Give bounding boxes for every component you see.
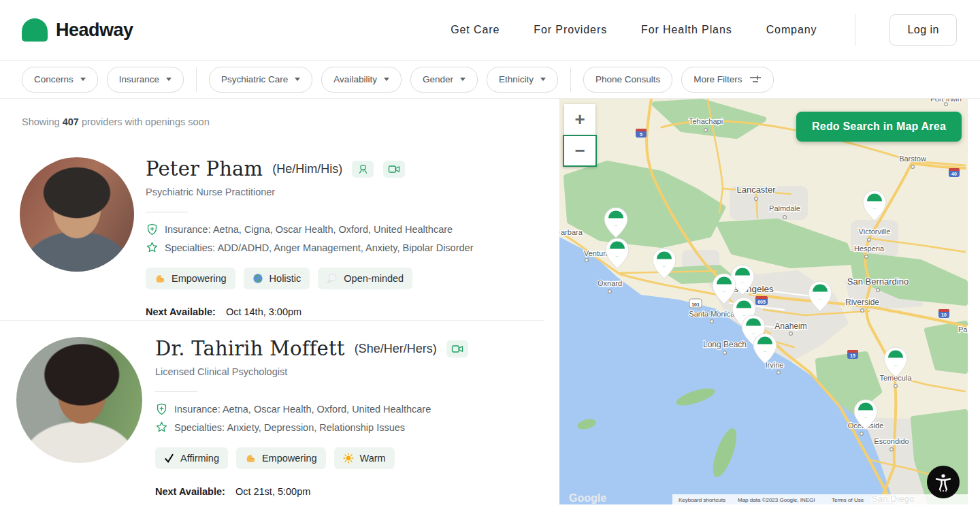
- nav-for-providers[interactable]: For Providers: [534, 24, 607, 36]
- redo-search-button[interactable]: Redo Search in Map Area: [796, 112, 962, 142]
- map-data-text: Map data ©2023 Google, INEGI: [738, 497, 815, 503]
- insurance-row: Insurance: Aetna, Oscar Health, Oxford, …: [155, 402, 468, 416]
- chevron-down-icon: [80, 78, 86, 81]
- svg-text:605: 605: [757, 300, 766, 304]
- map-label-escondido: Escondido: [874, 437, 909, 445]
- trait-badge-label: Affirming: [180, 453, 219, 464]
- google-logo[interactable]: Google: [569, 492, 606, 504]
- trait-badge: Open-minded: [318, 268, 412, 289]
- video-camera-icon: [451, 344, 463, 354]
- provider-name[interactable]: Dr. Tahirih Moffett: [155, 337, 345, 360]
- chevron-down-icon: [166, 78, 172, 81]
- accessibility-person-icon: [934, 472, 952, 492]
- plus-icon: +: [574, 109, 585, 130]
- trait-badge-label: Open-minded: [344, 273, 404, 284]
- login-button[interactable]: Log in: [889, 14, 957, 46]
- filter-insurance[interactable]: Insurance: [107, 67, 184, 93]
- map-label-oxnard: Oxnard: [598, 279, 622, 287]
- filter-group-divider: [570, 67, 571, 92]
- globe-emoji: [252, 273, 263, 284]
- trait-badge: Holistic: [244, 268, 310, 289]
- shield-plus-icon: [146, 223, 159, 236]
- map-label-riverside: Riverside: [845, 298, 879, 307]
- nav-company[interactable]: Company: [766, 24, 817, 36]
- checkmark-icon: [164, 453, 174, 464]
- specialties-text: Specialties: ADD/ADHD, Anger Management,…: [165, 242, 473, 253]
- filter-phone-consults[interactable]: Phone Consults: [583, 67, 672, 93]
- provider-card-body: Dr. Tahirih Moffett (She/Her/Hers) Licen…: [155, 337, 468, 497]
- filter-ethnicity[interactable]: Ethnicity: [487, 67, 558, 93]
- star-icon: [155, 421, 168, 434]
- map-label-barstow: Barstow: [899, 155, 926, 163]
- video-chip: [446, 340, 468, 357]
- nav-for-health-plans[interactable]: For Health Plans: [641, 24, 732, 36]
- keyboard-shortcuts-link[interactable]: Keyboard shortcuts: [679, 497, 725, 503]
- card-mini-divider: [155, 391, 197, 392]
- trait-badges: Empowering Holistic Open-minded: [146, 268, 473, 289]
- headway-wordmark: Headway: [56, 20, 133, 41]
- results-prefix: Showing: [22, 116, 60, 127]
- provider-avatar[interactable]: [20, 157, 134, 272]
- trait-badge: Empowering: [236, 447, 326, 469]
- map-panel[interactable]: 5 40 101 605 15 10 Fort Irwin Tehachapi …: [559, 99, 968, 504]
- map-zoom-in-button[interactable]: +: [564, 104, 595, 135]
- nav-divider: [855, 14, 855, 46]
- filter-psychiatric-care[interactable]: Psychiatric Care: [209, 67, 312, 93]
- filter-psychiatric-care-label: Psychiatric Care: [221, 74, 288, 84]
- trait-badge: Affirming: [155, 447, 228, 469]
- provider-title: Psychiatric Nurse Practitioner: [146, 187, 473, 197]
- provider-card-body: Peter Pham (He/Him/His): [146, 157, 473, 317]
- next-available-row: Next Available: Oct 14th, 3:00pm: [146, 306, 473, 317]
- map-label-lancaster: Lancaster: [736, 185, 776, 195]
- next-available-value: Oct 21st, 5:00pm: [235, 486, 310, 497]
- filter-group-divider: [196, 67, 197, 92]
- headway-logo[interactable]: Headway: [22, 18, 133, 42]
- filter-concerns[interactable]: Concerns: [22, 67, 98, 93]
- provider-card[interactable]: Dr. Tahirih Moffett (She/Her/Hers) Licen…: [16, 337, 468, 497]
- chevron-down-icon: [540, 78, 546, 81]
- terms-of-use-link[interactable]: Terms of Use: [832, 497, 864, 503]
- map-label-anaheim: Anaheim: [774, 321, 806, 331]
- filter-phone-consults-label: Phone Consults: [595, 74, 660, 84]
- card-mini-divider: [146, 212, 188, 212]
- trait-badges: Affirming Empowering Warm: [155, 447, 468, 469]
- chevron-down-icon: [384, 78, 389, 81]
- provider-card[interactable]: Peter Pham (He/Him/His): [20, 157, 473, 317]
- muscle-emoji: [154, 273, 165, 284]
- provider-list-panel: Showing 407 providers with openings soon…: [0, 99, 559, 529]
- map-label-victorville: Victorville: [859, 227, 891, 236]
- next-available-row: Next Available: Oct 21st, 5:00pm: [155, 486, 468, 497]
- filter-concerns-label: Concerns: [34, 74, 74, 84]
- map-label-fort-irwin: Fort Irwin: [930, 99, 962, 103]
- results-count-line: Showing 407 providers with openings soon: [22, 116, 210, 127]
- trait-badge-label: Empowering: [262, 453, 317, 464]
- chevron-down-icon: [295, 78, 300, 81]
- trait-badge: Empowering: [146, 268, 235, 289]
- sun-emoji: [343, 453, 354, 464]
- provider-avatar[interactable]: [16, 337, 142, 463]
- filter-more-filters[interactable]: More Filters: [681, 67, 773, 93]
- video-camera-icon: [388, 164, 400, 174]
- filter-gender[interactable]: Gender: [410, 67, 478, 93]
- next-available-label: Next Available:: [155, 486, 225, 497]
- provider-title: Licensed Clinical Psychologist: [155, 366, 468, 377]
- filter-availability[interactable]: Availability: [321, 67, 402, 93]
- specialties-text: Specialties: Anxiety, Depression, Relati…: [174, 422, 405, 433]
- star-icon: [146, 241, 159, 254]
- map-label-palmdale: Palmdale: [769, 204, 800, 212]
- filter-more-filters-label: More Filters: [693, 74, 742, 84]
- headway-logo-icon: [22, 18, 48, 42]
- map-zoom-out-button[interactable]: −: [563, 135, 597, 167]
- sliders-icon: [749, 75, 762, 84]
- specialties-row: Specialties: Anxiety, Depression, Relati…: [155, 421, 468, 434]
- accessibility-widget-button[interactable]: [927, 466, 960, 498]
- map-label-palm-springs: Palm S: [958, 325, 968, 334]
- nav-get-care[interactable]: Get Care: [451, 24, 500, 36]
- in-person-chip: [352, 161, 374, 178]
- card-divider: [0, 320, 544, 321]
- map-label-san-bernardino: San Bernardino: [847, 276, 909, 287]
- map-canvas: 5 40 101 605 15 10 Fort Irwin Tehachapi …: [559, 99, 968, 504]
- provider-name[interactable]: Peter Pham: [146, 157, 263, 180]
- shield-plus-icon: [155, 402, 168, 416]
- provider-pronouns: (He/Him/His): [272, 162, 342, 176]
